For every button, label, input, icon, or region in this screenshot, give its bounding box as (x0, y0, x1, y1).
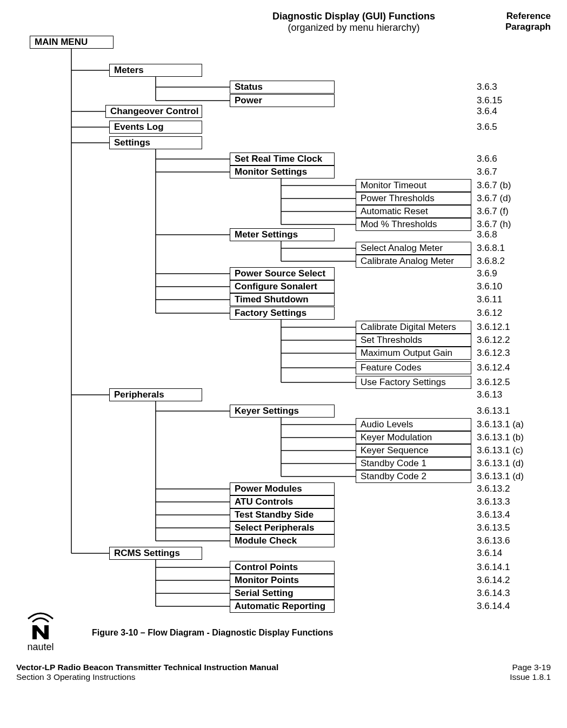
ref-setthresh: 3.6.12.2 (477, 335, 510, 346)
ref-montimeout: 3.6.7 (b) (477, 180, 511, 191)
node-serial: Serial Setting (230, 587, 335, 600)
ref-psrc: 3.6.9 (477, 268, 497, 279)
node-psrc: Power Source Select (230, 267, 335, 280)
node-main-menu: MAIN MENU (30, 36, 114, 49)
node-meterset: Meter Settings (230, 228, 335, 241)
figure-caption: Figure 3-10 – Flow Diagram - Diagnostic … (65, 628, 333, 653)
nautel-logo: nautel (16, 609, 65, 653)
node-atu: ATU Controls (230, 495, 335, 508)
node-autoreset: Automatic Reset (356, 205, 471, 218)
node-srtc: Set Real Time Clock (230, 153, 335, 166)
node-timed: Timed Shutdown (230, 293, 335, 306)
ref-srtc: 3.6.6 (477, 154, 497, 164)
node-audiolvl: Audio Levels (356, 418, 471, 431)
ref-stby2: 3.6.13.1 (d) (477, 471, 524, 482)
ref-modchk: 3.6.13.6 (477, 535, 510, 546)
ref-keyermod: 3.6.13.1 (b) (477, 432, 524, 443)
ref-audiolvl: 3.6.13.1 (a) (477, 419, 524, 430)
node-keyerseq: Keyer Sequence (356, 444, 471, 457)
title-line2: (organized by menu hierarchy) (157, 22, 551, 34)
ref-eventslog: 3.6.5 (477, 122, 497, 133)
node-status: Status (230, 81, 335, 94)
ref-monpts: 3.6.14.2 (477, 575, 510, 586)
node-pwrthresh: Power Thresholds (356, 192, 471, 205)
ref-heading2: Paragraph (505, 22, 551, 32)
ref-serial: 3.6.14.3 (477, 588, 510, 599)
ref-pwrthresh: 3.6.7 (d) (477, 193, 511, 204)
node-ctrlpts: Control Points (230, 561, 335, 574)
node-maxgain: Maximum Output Gain (356, 347, 471, 360)
ref-atu: 3.6.13.3 (477, 497, 510, 507)
header-center: Diagnostic Display (GUI) Functions (orga… (16, 11, 551, 34)
node-caldigital: Calibrate Digital Meters (356, 321, 471, 334)
node-selper: Select Peripherals (230, 521, 335, 534)
node-factory: Factory Settings (230, 307, 335, 320)
ref-pmod: 3.6.13.2 (477, 484, 510, 494)
ref-calanalog: 3.6.8.2 (477, 256, 505, 267)
ref-tstby: 3.6.13.4 (477, 509, 510, 520)
ref-power: 3.6.15 (477, 95, 502, 106)
ref-caldigital: 3.6.12.1 (477, 322, 510, 333)
node-monset: Monitor Settings (230, 166, 335, 178)
node-calanalog: Calibrate Analog Meter (356, 255, 471, 268)
footer-page: Page 3-19 (510, 663, 551, 672)
node-power: Power (230, 94, 335, 107)
node-keyer: Keyer Settings (230, 405, 335, 418)
node-stby1: Standby Code 1 (356, 457, 471, 470)
footer-issue: Issue 1.8.1 (510, 672, 551, 682)
ref-featcodes: 3.6.12.4 (477, 362, 510, 373)
logo-icon (22, 609, 59, 641)
page-footer: Vector-LP Radio Beacon Transmitter Techn… (16, 663, 551, 682)
ref-maxgain: 3.6.12.3 (477, 348, 510, 359)
ref-sonalert: 3.6.10 (477, 281, 502, 292)
node-autorep: Automatic Reporting (230, 600, 335, 613)
node-selanalog: Select Analog Meter (356, 242, 471, 255)
header-right: Reference Paragraph (505, 11, 551, 32)
ref-peripherals: 3.6.13 (477, 389, 502, 400)
node-monpts: Monitor Points (230, 574, 335, 587)
flow-diagram: MAIN MENU Meters Changeover Control Even… (16, 36, 551, 609)
node-meters: Meters (109, 64, 202, 77)
caption-row: nautel Figure 3-10 – Flow Diagram - Diag… (16, 609, 551, 653)
node-montimeout: Monitor Timeout (356, 179, 471, 192)
ref-selper: 3.6.13.5 (477, 522, 510, 533)
ref-changeover: 3.6.4 (477, 106, 497, 117)
page-header: Diagnostic Display (GUI) Functions (orga… (16, 11, 551, 34)
ref-timed: 3.6.11 (477, 294, 502, 305)
node-settings: Settings (109, 136, 202, 149)
node-featcodes: Feature Codes (356, 361, 471, 374)
node-setthresh: Set Thresholds (356, 334, 471, 347)
node-modchk: Module Check (230, 534, 335, 547)
ref-stby1: 3.6.13.1 (d) (477, 458, 524, 469)
ref-monset: 3.6.7 (477, 167, 497, 177)
node-peripherals: Peripherals (109, 388, 202, 401)
title-line1: Diagnostic Display (GUI) Functions (157, 11, 551, 22)
logo-text: nautel (16, 641, 65, 653)
ref-heading1: Reference (505, 11, 551, 22)
footer-section: Section 3 Operating Instructions (16, 672, 278, 682)
node-usefactory: Use Factory Settings (356, 376, 471, 389)
ref-meterset: 3.6.8 (477, 229, 497, 240)
ref-keyerseq: 3.6.13.1 (c) (477, 445, 523, 456)
node-stby2: Standby Code 2 (356, 470, 471, 483)
ref-selanalog: 3.6.8.1 (477, 243, 505, 254)
ref-modthresh: 3.6.7 (h) (477, 219, 511, 230)
ref-status: 3.6.3 (477, 82, 497, 92)
footer-left: Vector-LP Radio Beacon Transmitter Techn… (16, 663, 278, 682)
footer-right: Page 3-19 Issue 1.8.1 (510, 663, 551, 682)
node-tstby: Test Standby Side (230, 508, 335, 521)
ref-factory: 3.6.12 (477, 308, 502, 319)
node-eventslog: Events Log (109, 121, 202, 134)
node-changeover: Changeover Control (105, 105, 202, 118)
node-rcms: RCMS Settings (109, 547, 202, 560)
node-sonalert: Configure Sonalert (230, 280, 335, 293)
node-modthresh: Mod % Thresholds (356, 218, 471, 231)
node-pmod: Power Modules (230, 482, 335, 495)
ref-ctrlpts: 3.6.14.1 (477, 562, 510, 573)
ref-rcms: 3.6.14 (477, 548, 502, 559)
ref-keyer: 3.6.13.1 (477, 406, 510, 416)
ref-usefactory: 3.6.12.5 (477, 377, 510, 388)
ref-autorep: 3.6.14.4 (477, 601, 510, 612)
node-keyermod: Keyer Modulation (356, 431, 471, 444)
footer-manual: Vector-LP Radio Beacon Transmitter Techn… (16, 663, 278, 672)
